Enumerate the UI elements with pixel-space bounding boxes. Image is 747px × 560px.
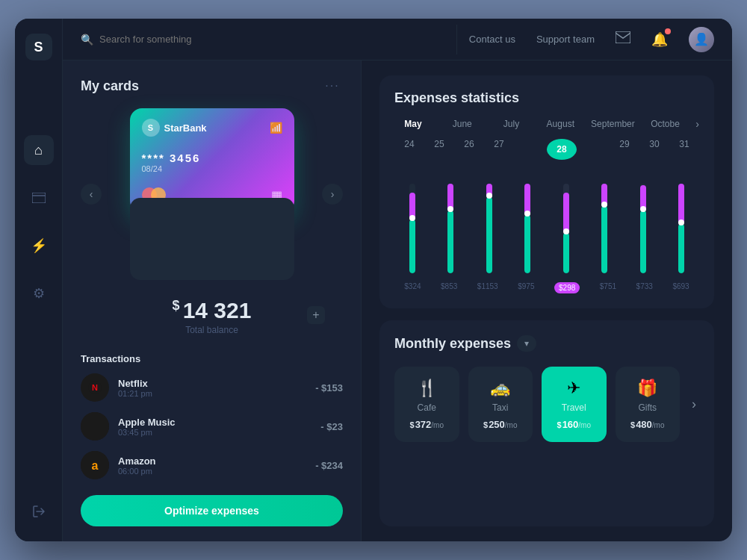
bar-teal-1 — [447, 211, 453, 273]
transaction-icon-apple — [81, 412, 109, 441]
carousel-prev[interactable]: ‹ — [81, 184, 102, 205]
date-24[interactable]: 24 — [394, 139, 424, 160]
card-bank-name: StarBank — [164, 122, 207, 134]
amount-5: $751 — [600, 282, 616, 293]
svg-text:N: N — [92, 383, 98, 392]
expense-cafe[interactable]: 🍴 Cafe $372/mo — [394, 367, 459, 442]
cards-section-header: My cards ··· — [81, 75, 343, 96]
bar-teal-5 — [601, 206, 607, 273]
sidebar-item-bolt[interactable]: ⚡ — [24, 231, 54, 261]
month-august[interactable]: August — [542, 119, 579, 129]
month-october[interactable]: Octobe — [647, 119, 684, 129]
bars-container — [394, 169, 699, 273]
card-expiry: 08/24 — [142, 164, 282, 173]
mail-icon[interactable] — [616, 31, 630, 47]
contact-link[interactable]: Contact us — [469, 34, 515, 45]
balance-currency: $ — [173, 298, 180, 313]
taxi-amount: $250/mo — [479, 419, 523, 430]
bar-group-7 — [678, 184, 684, 273]
sidebar: S ⌂ ⚡ ⚙ — [15, 19, 63, 541]
date-26[interactable]: 26 — [454, 139, 484, 160]
carousel-next[interactable]: › — [322, 184, 343, 205]
bar-track-2 — [486, 184, 492, 273]
transactions-section: Transactions N Netflix 01:21 pm - $153 — [63, 347, 361, 486]
month-june[interactable]: June — [444, 119, 481, 129]
date-27[interactable]: 27 — [484, 139, 514, 160]
bar-teal-7 — [678, 224, 684, 273]
date-30[interactable]: 30 — [639, 139, 669, 160]
amount-3: $975 — [518, 282, 534, 293]
expense-gifts[interactable]: 🎁 Gifts $480/mo — [616, 367, 681, 442]
month-september[interactable]: September — [591, 119, 635, 129]
topnav-divider — [456, 25, 457, 55]
month-may[interactable]: May — [394, 119, 432, 129]
card-shadow — [130, 198, 294, 280]
date-28[interactable]: 28 — [547, 139, 577, 160]
bar-track-0 — [409, 184, 415, 273]
bar-track-7 — [678, 184, 684, 273]
topnav-left: 🔍 — [81, 34, 444, 46]
svg-point-5 — [81, 412, 109, 441]
transaction-amount-apple: - $23 — [320, 421, 343, 432]
transaction-info-amazon: Amazon 06:00 pm — [118, 455, 306, 476]
app-container: S ⌂ ⚡ ⚙ 🔍 — [15, 19, 732, 541]
sidebar-item-settings[interactable]: ⚙ — [24, 279, 54, 308]
optimize-btn[interactable]: Optimize expenses — [81, 495, 343, 526]
monthly-header: Monthly expenses ▾ — [394, 335, 699, 352]
month-next-arrow[interactable]: › — [695, 118, 699, 130]
date-31[interactable]: 31 — [669, 139, 699, 160]
expense-categories: 🍴 Cafe $372/mo 🚕 Taxi $250/mo — [394, 367, 699, 442]
expense-taxi[interactable]: 🚕 Taxi $250/mo — [468, 367, 533, 442]
support-link[interactable]: Support team — [536, 34, 595, 45]
transaction-item-apple: Apple Music 03:45 pm - $23 — [81, 412, 343, 441]
card-number-row: **** 3456 08/24 — [142, 152, 282, 173]
sidebar-item-logout[interactable] — [24, 497, 54, 526]
expense-travel[interactable]: ✈ Travel $160/mo — [542, 367, 607, 442]
transaction-time-amazon: 06:00 pm — [118, 467, 306, 476]
bar-group-6 — [640, 184, 646, 273]
cafe-icon: 🍴 — [405, 379, 449, 398]
balance-label: Total balance — [173, 325, 252, 335]
bar-track-1 — [447, 184, 453, 273]
sidebar-item-home[interactable]: ⌂ — [24, 135, 54, 165]
bar-teal-2 — [486, 197, 492, 273]
bar-teal-3 — [524, 215, 530, 273]
amount-0: $324 — [404, 282, 421, 293]
date-25[interactable]: 25 — [424, 139, 454, 160]
right-panel: Expenses statistics May June July August… — [362, 60, 732, 541]
search-icon: 🔍 — [81, 34, 93, 46]
transaction-time-apple: 03:45 pm — [118, 428, 311, 437]
card-number: **** 3456 — [142, 152, 282, 164]
balance-amount: $14 321 — [173, 298, 252, 323]
svg-rect-2 — [616, 31, 630, 43]
amount-6: $733 — [636, 282, 653, 293]
bar-group-5 — [601, 184, 607, 273]
transaction-name-apple: Apple Music — [118, 417, 311, 428]
notification-icon[interactable]: 🔔 — [651, 31, 668, 48]
month-july[interactable]: July — [493, 119, 530, 129]
transaction-amount-netflix: - $153 — [315, 382, 343, 393]
transaction-amount-amazon: - $234 — [315, 460, 343, 471]
sidebar-item-cards[interactable] — [24, 183, 54, 213]
bar-purple-7 — [678, 184, 684, 224]
bar-teal-0 — [409, 220, 415, 273]
bar-group-4 — [563, 184, 569, 273]
gifts-name: Gifts — [626, 402, 670, 413]
cards-menu-btn[interactable]: ··· — [322, 75, 343, 96]
monthly-dropdown[interactable]: ▾ — [517, 335, 536, 352]
amount-4-highlight: $298 — [554, 282, 580, 293]
bar-track-6 — [640, 184, 646, 273]
transaction-name-amazon: Amazon — [118, 455, 306, 467]
avatar[interactable]: 👤 — [689, 27, 714, 52]
date-29[interactable]: 29 — [610, 139, 639, 160]
search-input[interactable] — [99, 34, 234, 45]
categories-next-arrow[interactable]: › — [689, 396, 699, 412]
balance-add-btn[interactable]: + — [307, 306, 325, 324]
bar-purple-4 — [563, 193, 569, 233]
bar-group-3 — [524, 184, 530, 273]
transaction-time-netflix: 01:21 pm — [118, 389, 306, 398]
topnav: 🔍 Contact us Support team 🔔 👤 — [63, 19, 732, 60]
amount-7: $693 — [672, 282, 689, 293]
monthly-title: Monthly expenses — [394, 336, 511, 352]
travel-amount: $160/mo — [552, 419, 596, 430]
